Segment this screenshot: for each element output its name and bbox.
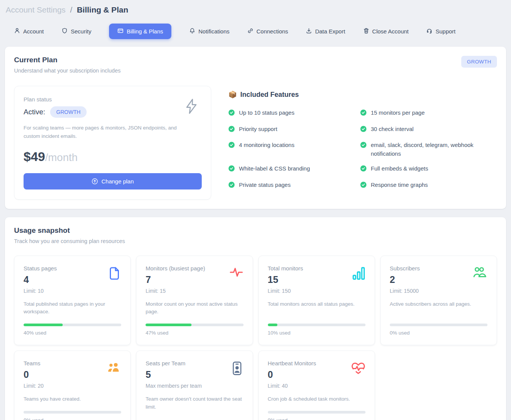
feature-item: White-label & CSS branding [228, 164, 360, 174]
check-circle-icon [228, 182, 235, 191]
included-features: 📦 Included Features Up to 10 status page… [228, 86, 497, 200]
check-circle-icon [360, 109, 367, 118]
tab-label: Account [23, 28, 44, 35]
tab-connections[interactable]: Connections [247, 28, 288, 35]
usage-card-subscribers: Subscribers 2 Limit: 15000 Active subscr… [380, 256, 497, 346]
usage-card-description: Monitor count on your most active status… [146, 300, 243, 316]
usage-card-limit: Limit: 10 [24, 288, 57, 294]
usage-card-value: 0 [24, 369, 44, 380]
check-circle-icon [360, 126, 367, 135]
tab-support[interactable]: Support [426, 28, 456, 35]
lightning-icon [184, 98, 199, 117]
tab-account[interactable]: Account [14, 28, 44, 35]
progress-fill [24, 324, 63, 326]
change-plan-button[interactable]: Change plan [24, 173, 202, 189]
tab-label: Security [71, 28, 91, 35]
feature-label: Up to 10 status pages [239, 109, 294, 117]
plan-status-label: Plan status [24, 96, 202, 103]
tab-data-export[interactable]: Data Export [306, 28, 345, 35]
usage-card-title: Status pages [24, 265, 57, 272]
settings-tabs: Account Security Billing & Plans Notific… [5, 24, 506, 47]
empty-grid-cell [380, 351, 497, 420]
usage-progress: 0% used [268, 403, 365, 420]
change-plan-label: Change plan [101, 178, 134, 185]
feature-label: Full embeds & widgets [371, 164, 428, 173]
progress-track [268, 324, 365, 326]
bell-icon [189, 28, 195, 35]
usage-snapshot-panel: Usage snapshot Track how you are consumi… [5, 217, 506, 420]
feature-label: Private status pages [239, 181, 291, 189]
usage-card-value: 15 [268, 274, 303, 285]
usage-card-limit: Limit: 40 [268, 383, 316, 389]
check-circle-icon [360, 182, 367, 191]
feature-label: 30 check interval [371, 125, 414, 134]
file-icon [108, 266, 121, 283]
usage-card-value: 7 [146, 274, 205, 285]
usage-card-description: Cron job & scheduled task monitors. [268, 395, 365, 403]
plan-price: $49 [24, 149, 45, 164]
plan-badge: GROWTH [461, 56, 497, 68]
percent-used-label: 40% used [24, 330, 121, 336]
usage-card-description: Teams you have created. [24, 395, 121, 403]
usage-card-title: Subscribers [390, 265, 420, 272]
users-filled-icon [107, 361, 121, 375]
included-features-title: Included Features [240, 91, 299, 99]
usage-progress: 10% used [268, 316, 365, 336]
usage-subtitle: Track how you are consuming plan resourc… [14, 238, 497, 244]
feature-label: White-label & CSS branding [239, 164, 310, 173]
usage-card-title: Seats per Team [146, 360, 202, 366]
bar-chart-icon [352, 266, 365, 283]
feature-item: Up to 10 status pages [228, 109, 360, 118]
percent-used-label: 47% used [146, 330, 243, 336]
progress-track [24, 411, 121, 414]
tab-notifications[interactable]: Notifications [189, 28, 229, 35]
usage-card-title: Heartbeat Monitors [268, 360, 316, 366]
page-title: Billing & Plan [77, 5, 128, 14]
tab-billing-plans[interactable]: Billing & Plans [109, 24, 171, 39]
check-circle-icon [360, 165, 367, 174]
breadcrumb-separator: / [70, 5, 72, 14]
feature-item: Priority support [228, 125, 360, 135]
breadcrumb: Account Settings / Billing & Plan [5, 4, 506, 24]
shield-icon [62, 28, 68, 35]
feature-item: Private status pages [228, 181, 360, 191]
feature-item: email, slack, discord, telegram, webhook… [360, 141, 497, 158]
plan-description: For scaling teams — more pages & monitor… [24, 124, 187, 141]
percent-used-label: 0% used [268, 417, 365, 420]
usage-card-value: 5 [146, 369, 202, 380]
usage-card-limit: Max members per team [146, 383, 202, 389]
plan-status-badge: GROWTH [50, 106, 87, 118]
usage-card-limit: Limit: 20 [24, 383, 44, 389]
progress-fill [268, 324, 278, 326]
check-circle-icon [228, 126, 235, 135]
id-badge-icon [231, 361, 244, 377]
usage-card-heartbeat-monitors: Heartbeat Monitors 0 Limit: 40 Cron job … [258, 351, 375, 420]
usage-card-total-monitors: Total monitors 15 Limit: 150 Total monit… [258, 256, 375, 346]
tab-security[interactable]: Security [62, 28, 91, 35]
current-plan-title: Current Plan [14, 56, 120, 64]
feature-item: Response time graphs [360, 181, 497, 191]
breadcrumb-section: Account Settings [6, 5, 66, 14]
tab-label: Support [435, 28, 456, 35]
current-plan-subtitle: Understand what your subscription includ… [14, 68, 120, 74]
usage-card-teams: Teams 0 Limit: 20 Teams you have created… [14, 351, 131, 420]
tab-label: Notifications [198, 28, 229, 35]
usage-card-monitors-busiest: Monitors (busiest page) 7 Limit: 15 Moni… [136, 256, 253, 346]
feature-item: Full embeds & widgets [360, 164, 497, 174]
usage-card-title: Monitors (busiest page) [146, 265, 205, 272]
activity-icon [229, 266, 244, 280]
tab-label: Data Export [315, 28, 345, 35]
check-circle-icon [360, 142, 367, 151]
percent-used-label: 10% used [268, 330, 365, 336]
percent-used-label: 0% used [390, 330, 487, 336]
usage-card-limit: Limit: 15000 [390, 288, 420, 294]
plan-status-card: Plan status Active: GROWTH For scaling t… [14, 86, 211, 200]
usage-card-description: Team owner doesn't count toward the seat… [146, 395, 243, 411]
plan-period: /month [45, 152, 78, 164]
user-icon [14, 28, 20, 35]
feature-label: Response time graphs [371, 181, 428, 189]
download-icon [306, 28, 312, 35]
tab-close-account[interactable]: Close Account [363, 28, 409, 35]
percent-used-label: 0% used [24, 417, 121, 420]
usage-card-value: 4 [24, 274, 57, 285]
